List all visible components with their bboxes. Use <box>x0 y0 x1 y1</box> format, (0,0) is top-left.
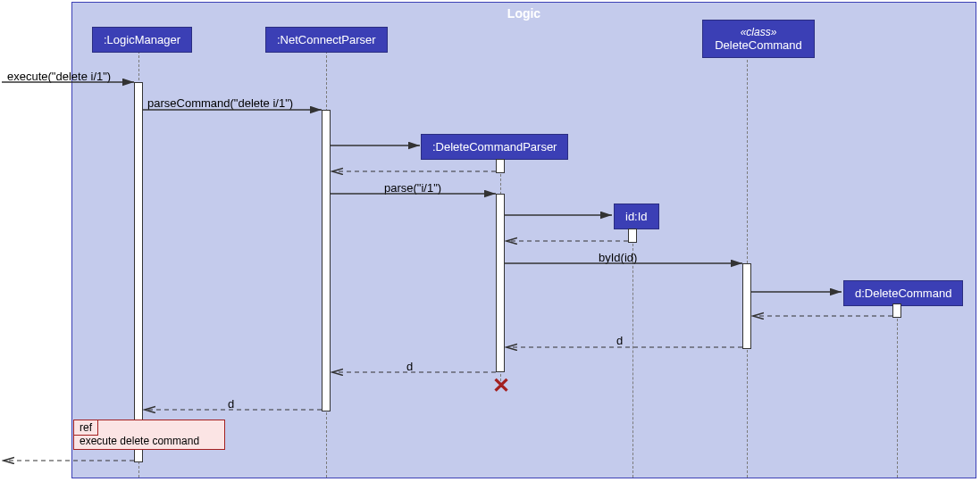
activation-netconnectparser <box>322 110 331 411</box>
class-name: DeleteCommand <box>714 38 803 52</box>
activation-deletecommandparser-create <box>496 159 505 173</box>
participant-deletecommand-instance: d:DeleteCommand <box>843 280 963 306</box>
label-return-d2: d <box>406 360 413 373</box>
ref-box: ref execute delete command <box>73 420 225 450</box>
lifeline-id <box>632 230 633 478</box>
label-return-d1: d <box>616 334 623 347</box>
participant-netconnectparser: :NetConnectParser <box>265 27 388 53</box>
logic-frame: Logic <box>71 2 976 478</box>
label-execute: execute("delete i/1") <box>7 70 111 83</box>
participant-id: id:Id <box>614 204 659 229</box>
label-byid: byId(id) <box>599 251 637 264</box>
activation-deletecommand-class <box>742 263 751 349</box>
activation-id-create <box>628 229 637 243</box>
lifeline-deletecommand-instance <box>897 305 898 478</box>
activation-deletecommand-create <box>892 303 901 318</box>
label-parse: parse("i/1") <box>384 181 441 195</box>
label-return-d3: d <box>228 397 234 411</box>
participant-deletecommandparser: :DeleteCommandParser <box>421 134 568 160</box>
activation-logicmanager <box>134 82 143 462</box>
destroy-icon: ✕ <box>492 373 510 398</box>
frame-title: Logic <box>507 6 540 21</box>
label-parsecommand: parseCommand("delete i/1") <box>147 96 293 110</box>
ref-label: ref <box>74 420 98 436</box>
activation-deletecommandparser <box>496 194 505 372</box>
participant-logicmanager: :LogicManager <box>92 27 192 53</box>
participant-deletecommand-class: «class» DeleteCommand <box>702 20 815 58</box>
stereotype-class: «class» <box>714 26 803 38</box>
